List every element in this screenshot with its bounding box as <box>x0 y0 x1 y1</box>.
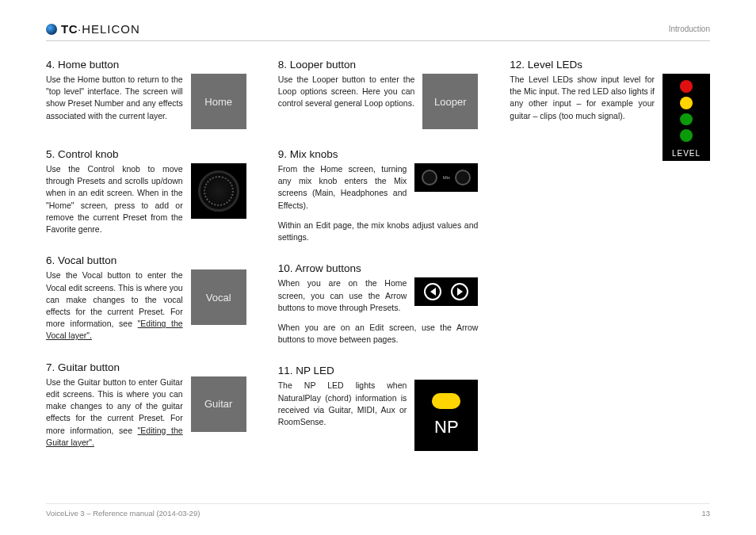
arrow-right-icon <box>451 283 468 300</box>
arrow-buttons-graphic <box>414 277 478 306</box>
home-button-graphic: Home <box>191 74 246 129</box>
column-1: 4. Home button Use the Home button to re… <box>46 59 246 470</box>
section-home-button: 4. Home button Use the Home button to re… <box>46 59 246 129</box>
section-text: Use the Home button to return to the "to… <box>46 74 183 122</box>
looper-button-graphic: Looper <box>422 74 478 129</box>
section-text: Use the Looper button to enter the Loop … <box>278 74 415 110</box>
section-vocal-button: 6. Vocal button Use the Vocal button to … <box>46 254 246 342</box>
brand-text: TC·HELICON <box>61 22 140 36</box>
led-yellow-icon <box>680 97 693 109</box>
np-led-icon <box>432 393 460 409</box>
brand-logo: TC·HELICON <box>46 22 140 36</box>
section-extra-text: When you are on an Edit screen, use the … <box>278 322 479 346</box>
led-red-icon <box>680 80 693 93</box>
column-3: 12. Level LEDs The Level LEDs show input… <box>510 59 710 470</box>
section-control-knob: 5. Control knob Use the Control knob to … <box>46 148 246 235</box>
page-footer: VoiceLive 3 – Reference manual (2014-03-… <box>46 503 710 518</box>
section-text: The Level LEDs show input level for the … <box>510 74 655 122</box>
brand-sub: HELICON <box>82 22 140 36</box>
section-title: 4. Home button <box>46 59 246 71</box>
led-green-icon <box>680 129 693 142</box>
brand-main: TC <box>61 22 78 36</box>
mix-knob-icon <box>422 170 437 185</box>
section-title: 9. Mix knobs <box>278 148 479 160</box>
knob-icon <box>198 170 239 212</box>
mix-label: Mix <box>443 175 450 180</box>
control-knob-graphic <box>191 163 246 219</box>
footer-page-number: 13 <box>701 509 710 518</box>
section-text: From the Home screen, turning any mix kn… <box>278 163 407 212</box>
mix-knobs-graphic: Mix <box>414 163 478 192</box>
section-title: 11. NP LED <box>278 365 479 376</box>
section-title: 10. Arrow buttons <box>278 262 479 274</box>
level-leds-graphic: LEVEL <box>662 74 710 161</box>
np-label: NP <box>434 417 459 438</box>
section-mix-knobs: 9. Mix knobs From the Home screen, turni… <box>278 148 479 243</box>
vocal-button-graphic: Vocal <box>191 269 246 325</box>
page-header: TC·HELICON Introduction <box>46 22 710 41</box>
footer-doc-title: VoiceLive 3 – Reference manual (2014-03-… <box>46 509 200 518</box>
guitar-button-graphic: Guitar <box>191 376 246 432</box>
section-title: 12. Level LEDs <box>510 59 710 71</box>
section-text: Use the Guitar button to enter Guitar ed… <box>46 376 183 449</box>
section-np-led: 11. NP LED The NP LED lights when Natura… <box>278 365 479 451</box>
section-title: 6. Vocal button <box>46 254 246 266</box>
header-section-label: Introduction <box>669 25 710 33</box>
section-level-leds: 12. Level LEDs The Level LEDs show input… <box>510 59 710 161</box>
section-guitar-button: 7. Guitar button Use the Guitar button t… <box>46 361 246 449</box>
section-extra-text: Within an Edit page, the mix knobs adjus… <box>278 220 479 243</box>
mix-knob-icon <box>455 170 471 185</box>
np-led-graphic: NP <box>414 380 478 451</box>
led-green-icon <box>680 113 693 126</box>
content-columns: 4. Home button Use the Home button to re… <box>46 59 710 470</box>
section-title: 5. Control knob <box>46 148 246 160</box>
column-2: 8. Looper button Use the Looper button t… <box>278 59 479 470</box>
section-arrow-buttons: 10. Arrow buttons When you are on the Ho… <box>278 262 479 346</box>
level-label: LEVEL <box>672 149 701 158</box>
section-text: Use the Control knob to move through Pre… <box>46 163 183 235</box>
section-text: When you are on the Home screen, you can… <box>278 277 407 314</box>
arrow-left-icon <box>424 283 441 300</box>
section-text: Use the Vocal button to enter the Vocal … <box>46 269 183 342</box>
section-title: 8. Looper button <box>278 59 479 71</box>
section-text: The NP LED lights when NaturalPlay (chor… <box>278 380 407 428</box>
section-title: 7. Guitar button <box>46 361 246 373</box>
logo-globe-icon <box>46 24 57 35</box>
section-looper-button: 8. Looper button Use the Looper button t… <box>278 59 479 129</box>
